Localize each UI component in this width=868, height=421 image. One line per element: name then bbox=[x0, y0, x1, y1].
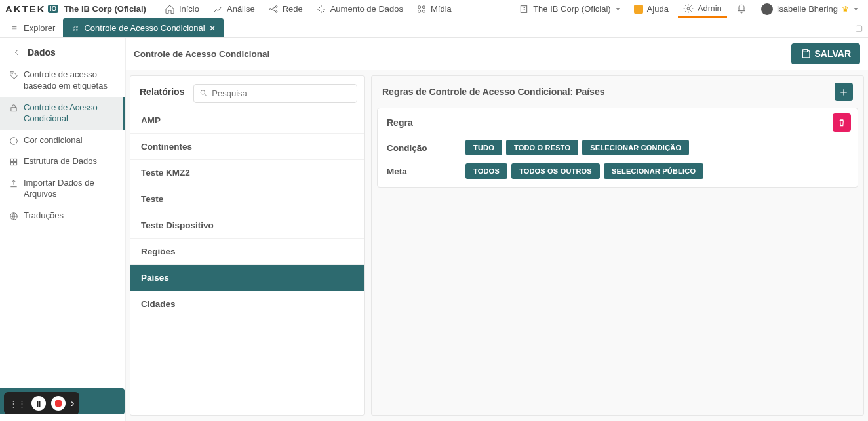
grid-icon bbox=[9, 157, 18, 167]
sidebar-item-data-structure[interactable]: Estrutura de Dados bbox=[0, 151, 125, 172]
org-selector-label: The IB Corp (Oficial) bbox=[533, 4, 610, 14]
svg-point-6 bbox=[422, 10, 425, 12]
sidebar-item-label: Traduções bbox=[24, 210, 64, 222]
target-buttons: TODOS TODOS OS OUTROS SELECIONAR PÚBLICO bbox=[465, 163, 703, 179]
svg-point-3 bbox=[418, 5, 421, 8]
help-icon bbox=[634, 5, 643, 14]
tag-icon bbox=[9, 71, 18, 80]
svg-point-10 bbox=[77, 26, 78, 27]
org-selector[interactable]: The IB Corp (Oficial) ▾ bbox=[513, 1, 624, 17]
delete-rule-button[interactable] bbox=[833, 113, 851, 132]
maximize-icon[interactable]: ▢ bbox=[855, 23, 863, 33]
svg-rect-21 bbox=[804, 50, 807, 52]
target-btn-all[interactable]: TODOS bbox=[465, 163, 507, 179]
rule-heading: Regra bbox=[387, 117, 413, 128]
nav-analise[interactable]: Análise bbox=[206, 1, 262, 17]
sidebar-item-conditional-access[interactable]: Controle de Acesso Condicional bbox=[0, 97, 125, 130]
rules-header: Regras de Controle de Acesso Condicional… bbox=[377, 76, 858, 108]
pause-icon bbox=[35, 399, 43, 409]
tab-explorer-label: Explorer bbox=[24, 23, 55, 33]
reports-header: Relatórios bbox=[130, 76, 364, 104]
report-item[interactable]: Regiões bbox=[130, 239, 364, 265]
svg-point-15 bbox=[10, 137, 18, 144]
svg-rect-19 bbox=[14, 163, 17, 165]
top-nav-items: Início Análise Rede Aumento de Dados Míd… bbox=[158, 1, 458, 17]
search-input[interactable] bbox=[212, 89, 351, 98]
sidebar-back[interactable]: Dados bbox=[0, 38, 125, 64]
nav-inicio-label: Início bbox=[179, 4, 199, 14]
svg-point-5 bbox=[418, 10, 421, 12]
reports-search[interactable] bbox=[193, 84, 357, 103]
network-icon bbox=[268, 4, 279, 14]
rules-panel: Regras de Controle de Acesso Condicional… bbox=[371, 75, 864, 416]
nav-aumento[interactable]: Aumento de Dados bbox=[309, 1, 410, 17]
nav-admin[interactable]: Admin bbox=[678, 1, 727, 18]
target-btn-others[interactable]: TODOS OS OUTROS bbox=[511, 163, 600, 179]
condition-btn-rest[interactable]: TODO O RESTO bbox=[506, 140, 578, 155]
report-item-active[interactable]: Países bbox=[130, 265, 364, 291]
brand-logo: AKTEK iO bbox=[5, 3, 58, 14]
sidebar-header-label: Dados bbox=[28, 47, 56, 58]
rule-card: Regra Condição TUDO TODO O RESTO SELECIO… bbox=[377, 108, 858, 188]
home-icon bbox=[165, 4, 175, 14]
sidebar-item-label: Controle de acesso baseado em etiquetas bbox=[24, 70, 120, 92]
stop-button[interactable] bbox=[51, 396, 66, 411]
tab-explorer[interactable]: Explorer bbox=[3, 18, 63, 37]
chart-icon bbox=[212, 4, 223, 14]
nav-analise-label: Análise bbox=[227, 4, 255, 14]
report-item[interactable]: Teste bbox=[130, 186, 364, 212]
sidebar-item-conditional-color[interactable]: Cor condicional bbox=[0, 130, 125, 151]
nav-inicio[interactable]: Início bbox=[158, 1, 206, 17]
lock-condition-icon bbox=[9, 104, 18, 113]
recording-widget[interactable]: ⋮⋮ › bbox=[4, 392, 79, 414]
nav-rede[interactable]: Rede bbox=[262, 1, 309, 17]
condition-buttons: TUDO TODO O RESTO SELECIONAR CONDIÇÃO bbox=[465, 140, 689, 155]
sidebar-item-label: Cor condicional bbox=[24, 135, 83, 146]
rules-title-prefix: Regras de Controle de Acesso Condicional… bbox=[382, 87, 576, 97]
sidebar-item-import[interactable]: Importar Dados de Arquivos bbox=[0, 172, 125, 205]
building-icon bbox=[519, 4, 529, 14]
brand-name: AKTEK bbox=[5, 3, 46, 14]
arrow-left-icon bbox=[12, 47, 22, 58]
target-label: Meta bbox=[387, 167, 465, 176]
report-item[interactable]: AMP bbox=[130, 108, 364, 134]
sidebar-list: Controle de acesso baseado em etiquetas … bbox=[0, 64, 125, 227]
reports-tab-label: Relatórios bbox=[137, 83, 187, 104]
condition-btn-all[interactable]: TUDO bbox=[465, 140, 502, 155]
sidebar-item-translations[interactable]: Traduções bbox=[0, 205, 125, 227]
svg-point-13 bbox=[12, 73, 12, 74]
pause-button[interactable] bbox=[31, 396, 46, 411]
report-item[interactable]: Continentes bbox=[130, 134, 364, 160]
user-menu[interactable]: Isabelle Bhering ♛ ▾ bbox=[756, 1, 863, 18]
report-item[interactable]: Teste KMZ2 bbox=[130, 160, 364, 186]
crown-icon: ♛ bbox=[842, 5, 849, 14]
brand-suffix: iO bbox=[48, 5, 59, 13]
content-body: Relatórios AMP Continentes Teste KMZ2 Te… bbox=[126, 70, 868, 421]
sidebar-item-label: Controle de Acesso Condicional bbox=[24, 102, 118, 125]
report-item[interactable]: Cidades bbox=[130, 291, 364, 317]
content-header: Controle de Acesso Condicional SALVAR bbox=[126, 38, 868, 70]
add-rule-button[interactable]: ＋ bbox=[835, 83, 853, 101]
condition-btn-select[interactable]: SELECIONAR CONDIÇÃO bbox=[582, 140, 689, 155]
svg-point-1 bbox=[275, 5, 277, 7]
search-icon bbox=[199, 89, 208, 98]
tab-current[interactable]: Controle de Acesso Condicional ✕ bbox=[63, 18, 223, 37]
rules-title-target: Países bbox=[576, 87, 604, 97]
save-button[interactable]: SALVAR bbox=[791, 43, 860, 64]
sidebar-item-label: Estrutura de Dados bbox=[24, 156, 97, 167]
drag-handle-icon[interactable]: ⋮⋮ bbox=[9, 399, 26, 409]
next-button[interactable]: › bbox=[71, 397, 74, 409]
report-item[interactable]: Teste Dispositivo bbox=[130, 212, 364, 239]
notifications-button[interactable] bbox=[731, 1, 752, 17]
sidebar-item-labels-access[interactable]: Controle de acesso baseado em etiquetas bbox=[0, 64, 125, 97]
nav-ajuda[interactable]: Ajuda bbox=[629, 1, 674, 16]
sparkle-icon bbox=[316, 4, 326, 14]
plus-icon: ＋ bbox=[838, 84, 850, 100]
condition-label: Condição bbox=[387, 143, 465, 153]
chevron-down-icon: ▾ bbox=[616, 5, 620, 12]
nav-midia[interactable]: Mídia bbox=[410, 1, 458, 17]
close-icon[interactable]: ✕ bbox=[209, 24, 216, 33]
chevron-down-icon: ▾ bbox=[854, 5, 858, 12]
target-btn-select[interactable]: SELECIONAR PÚBLICO bbox=[604, 163, 703, 179]
svg-point-2 bbox=[275, 10, 277, 12]
